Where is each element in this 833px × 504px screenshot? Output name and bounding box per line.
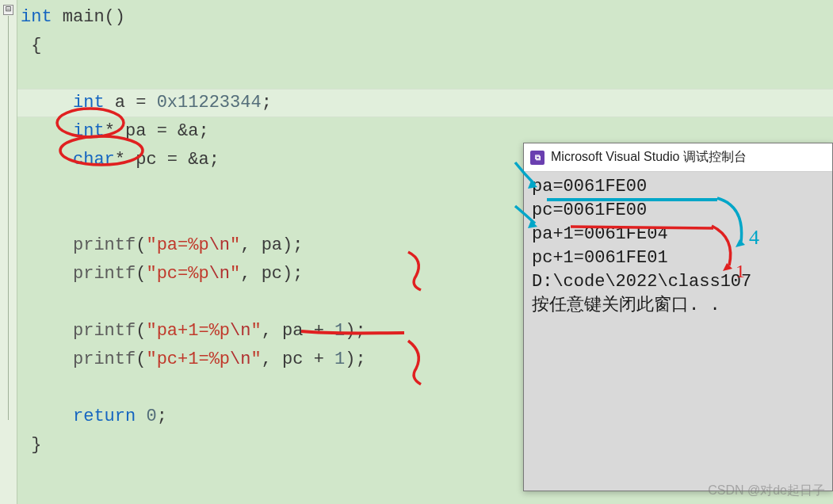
editor-gutter: ⊟ xyxy=(0,0,17,504)
console-line: pa+1=0061FE04 xyxy=(532,223,824,246)
console-titlebar[interactable]: ⧉ Microsoft Visual Studio 调试控制台 xyxy=(524,143,832,172)
console-line: D:\code\2022\class107 xyxy=(532,270,824,294)
debug-console-window[interactable]: ⧉ Microsoft Visual Studio 调试控制台 pa=0061F… xyxy=(523,143,833,491)
console-line: 按任意键关闭此窗口. . xyxy=(532,294,824,318)
visual-studio-icon: ⧉ xyxy=(530,151,545,165)
console-line: pc=0061FE00 xyxy=(532,199,824,223)
console-output: pa=0061FE00 pc=0061FE00 pa+1=0061FE04 pc… xyxy=(524,172,832,321)
fold-collapse-icon[interactable]: ⊟ xyxy=(3,5,13,15)
console-line: pa=0061FE00 xyxy=(532,175,824,199)
fold-guide-line xyxy=(8,16,9,420)
console-title: Microsoft Visual Studio 调试控制台 xyxy=(551,149,747,166)
csdn-watermark: CSDN @对de起日子 xyxy=(708,483,825,499)
console-line: pc+1=0061FE01 xyxy=(532,246,824,270)
code-content[interactable]: int main() { int a = 0x11223344; int* pa… xyxy=(21,3,366,460)
